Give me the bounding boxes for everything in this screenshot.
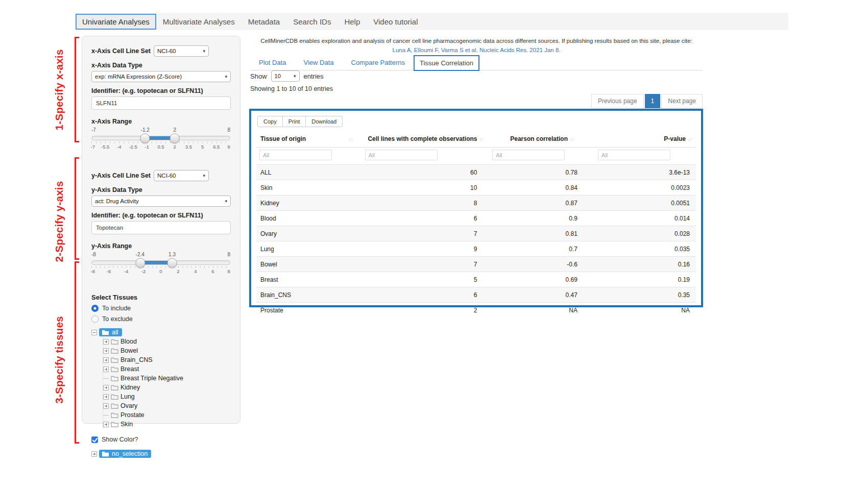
- expand-toggle-icon[interactable]: [103, 422, 109, 427]
- column-header-p-value[interactable]: P-value↓↑: [595, 131, 696, 148]
- to-include-radio[interactable]: To include: [91, 305, 231, 312]
- x-axis-identifier-input[interactable]: [91, 96, 231, 110]
- page-1-button[interactable]: 1: [645, 94, 661, 108]
- tab-plot-data[interactable]: Plot Data: [250, 55, 295, 70]
- table-row[interactable]: Skin 10 0.84 0.0023: [256, 180, 696, 196]
- x-slider-tick-marks: [91, 141, 230, 143]
- tree-item-prostate[interactable]: Prostate: [103, 410, 231, 420]
- tab-view-data[interactable]: View Data: [295, 55, 342, 70]
- x-slider-handle-low[interactable]: [140, 133, 150, 143]
- sort-icon[interactable]: ↓↑: [688, 136, 692, 142]
- selected-node-all[interactable]: all: [99, 328, 122, 336]
- tab-tissue-correlation[interactable]: Tissue Correlation: [414, 55, 479, 71]
- expand-toggle-icon[interactable]: [103, 348, 109, 354]
- y-axis-identifier-input[interactable]: [91, 221, 231, 234]
- tick-label: 4: [194, 269, 197, 274]
- y-slider-high-value: 1.3: [168, 252, 176, 257]
- tick-label: 0: [159, 269, 162, 274]
- previous-page-button[interactable]: Previous page: [591, 94, 644, 108]
- tree-item-kidney[interactable]: Kidney: [103, 383, 231, 392]
- tree-item-no-selection[interactable]: no_selection: [91, 449, 231, 458]
- column-header-tissue-of-origin[interactable]: Tissue of origin↓↑: [256, 131, 362, 148]
- to-exclude-radio[interactable]: To exclude: [91, 315, 231, 323]
- tree-item-ovary[interactable]: Ovary: [103, 401, 231, 410]
- tree-item-lung[interactable]: Lung: [103, 392, 231, 401]
- x-axis-range-slider[interactable]: -7 -1.2 2 8 -7 -5.5 -4 -2.5 -1 0.5 2 3.5…: [91, 127, 230, 156]
- citation-link[interactable]: Luna A, Elloumi F, Varma S et al. Nuclei…: [250, 46, 703, 55]
- no-selection-tree: no_selection: [91, 449, 231, 458]
- tree-item-skin[interactable]: Skin: [103, 420, 231, 429]
- sort-icon[interactable]: ↓↑: [570, 136, 574, 142]
- nav-help[interactable]: Help: [337, 14, 367, 30]
- y-slider-handle-low[interactable]: [135, 258, 145, 267]
- table-row[interactable]: Kidney 8 0.87 0.0051: [256, 196, 696, 211]
- tick-label: -4: [117, 144, 121, 150]
- folder-icon: [102, 329, 109, 336]
- table-row[interactable]: Ovary 7 0.81 0.028: [256, 226, 696, 241]
- tree-item-label: Ovary: [120, 402, 137, 409]
- table-row[interactable]: Blood 6 0.9 0.014: [256, 211, 696, 226]
- column-header-cell-lines[interactable]: Cell lines with complete observations↓↑: [362, 131, 490, 148]
- y-axis-cell-line-set-select[interactable]: NCI-60: [154, 170, 209, 181]
- sort-icon[interactable]: ↓↑: [479, 136, 484, 142]
- tree-item-bowel[interactable]: Bowel: [103, 346, 231, 355]
- tab-compare-patterns[interactable]: Compare Patterns: [343, 55, 414, 70]
- filter-pearson-input[interactable]: [492, 150, 565, 160]
- y-slider-handle-high[interactable]: [167, 258, 177, 267]
- nav-metadata[interactable]: Metadata: [242, 14, 287, 30]
- cell-lines-cell: 7: [362, 226, 490, 241]
- tissue-correlation-table: Tissue of origin↓↑ Cell lines with compl…: [256, 131, 696, 318]
- tree-item-blood[interactable]: Blood: [103, 337, 231, 346]
- table-row[interactable]: Bowel 7 -0.6 0.16: [256, 257, 696, 272]
- show-color-checkbox[interactable]: Show Color?: [91, 436, 231, 443]
- tree-item-breast-triple-negative[interactable]: Breast Triple Negative: [103, 374, 231, 383]
- table-row[interactable]: Prostate 2 NA NA: [256, 303, 696, 318]
- next-page-button[interactable]: Next page: [661, 94, 703, 108]
- collapse-toggle-icon[interactable]: [91, 330, 97, 335]
- table-row[interactable]: ALL 60 0.78 3.6e-13: [256, 165, 696, 180]
- filter-tissue-input[interactable]: [259, 150, 332, 160]
- expand-toggle-icon[interactable]: [103, 357, 109, 363]
- tree-item-all[interactable]: all: [91, 328, 231, 337]
- expand-toggle-icon[interactable]: [103, 367, 109, 372]
- expand-toggle-icon[interactable]: [103, 339, 109, 345]
- nav-multivariate-analyses[interactable]: Multivariate Analyses: [156, 14, 242, 30]
- nav-search-ids[interactable]: Search IDs: [286, 14, 337, 30]
- table-row[interactable]: Breast 5 0.69 0.19: [256, 272, 696, 287]
- nav-univariate-analyses[interactable]: Univariate Analyses: [76, 14, 156, 30]
- expand-toggle-icon[interactable]: [103, 394, 109, 400]
- column-header-pearson-correlation[interactable]: Pearson correlation↓↑: [489, 131, 595, 148]
- filter-p-value-input[interactable]: [598, 150, 670, 160]
- tree-item-label: Blood: [120, 338, 137, 345]
- x-axis-cell-line-set-select[interactable]: NCI-60: [154, 45, 209, 57]
- tree-item-breast[interactable]: Breast: [103, 364, 231, 374]
- y-axis-data-type-select[interactable]: act: Drug Activity: [91, 196, 231, 207]
- selected-node-no-selection[interactable]: no_selection: [99, 450, 151, 458]
- tissue-cell: Lung: [256, 241, 362, 257]
- print-button[interactable]: Print: [282, 116, 306, 127]
- tree-item-brain-cns[interactable]: Brain_CNS: [103, 355, 231, 364]
- tick-label: -2: [141, 269, 146, 274]
- table-row[interactable]: Brain_CNS 6 0.47 0.35: [256, 287, 696, 303]
- x-axis-data-type-select[interactable]: exp: mRNA Expression (Z-Score): [91, 71, 231, 82]
- copy-button[interactable]: Copy: [257, 116, 283, 127]
- expand-toggle-icon[interactable]: [103, 403, 109, 409]
- tree-item-label: Prostate: [120, 411, 144, 419]
- tree-item-label: Breast Triple Negative: [120, 375, 183, 382]
- expand-toggle-icon[interactable]: [103, 385, 109, 391]
- cell-lines-cell: 10: [362, 180, 490, 196]
- sort-icon[interactable]: ↓↑: [349, 136, 353, 142]
- x-slider-track[interactable]: [91, 136, 230, 140]
- folder-icon: [111, 403, 118, 409]
- cell-lines-cell: 9: [362, 241, 490, 257]
- y-slider-track[interactable]: [91, 260, 230, 265]
- nav-video-tutorial[interactable]: Video tutorial: [367, 14, 424, 30]
- expand-toggle-icon[interactable]: [91, 451, 97, 457]
- y-axis-range-slider[interactable]: -8 -2.4 1.3 8 -8 -6 -4 -2 0 2 4 6 8: [91, 252, 230, 280]
- x-slider-handle-high[interactable]: [170, 133, 180, 143]
- filter-cell-lines-input[interactable]: [365, 150, 438, 160]
- entries-count-select[interactable]: 10: [271, 70, 300, 82]
- radio-unselected-icon: [91, 315, 99, 323]
- table-row[interactable]: Lung 9 0.7 0.035: [256, 241, 696, 257]
- download-button[interactable]: Download: [305, 116, 343, 127]
